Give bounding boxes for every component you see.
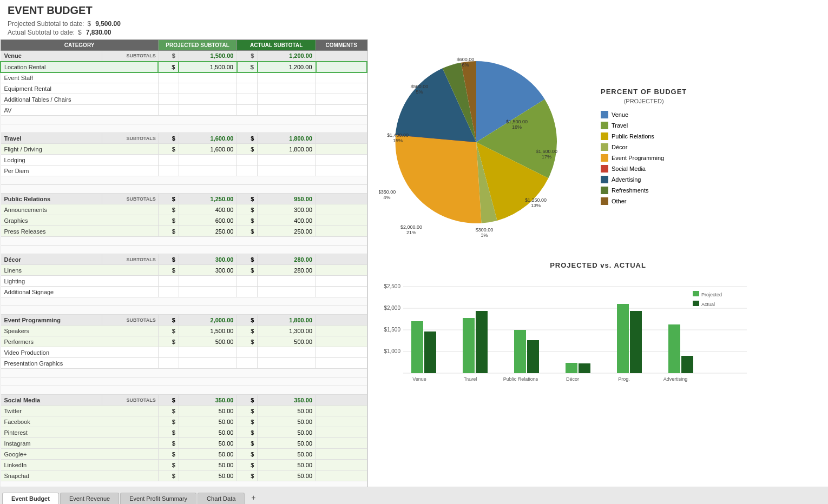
presentation-graphics-row: Presentation Graphics (1, 358, 367, 369)
header: EVENT BUDGET Projected Subtotal to date:… (0, 0, 828, 39)
projected-subtotal-label: Projected Subtotal to date: (8, 20, 84, 28)
svg-text:Actual: Actual (701, 302, 715, 307)
actual-subtotal-amount: 7,830.00 (86, 29, 111, 36)
projected-header: PROJECTED SUBTOTAL (158, 40, 237, 51)
tab-event-revenue[interactable]: Event Revenue (60, 493, 119, 504)
svg-text:Projected: Projected (701, 292, 722, 297)
add-tab-button[interactable]: + (246, 491, 261, 504)
budget-table: CATEGORY PROJECTED SUBTOTAL ACTUAL SUBTO… (0, 39, 367, 487)
charts-panel: $1,500.00 16% $1,600.00 17% $1,250.00 13… (368, 39, 828, 487)
svg-text:21%: 21% (406, 230, 416, 235)
bar-chart-svg: $2,500 $2,000 $1,500 $1,000 (379, 275, 758, 394)
bar-chart-title: PROJECTED vs. ACTUAL (379, 261, 817, 269)
instagram-row: Instagram $ 50.00 $ 50.00 (1, 438, 367, 449)
pie-chart-section: $1,500.00 16% $1,600.00 17% $1,250.00 13… (379, 45, 817, 250)
sm-color (601, 165, 608, 173)
additional-signage-row: Additional Signage (1, 287, 367, 297)
adv-projected-bar (668, 324, 680, 373)
legend-travel: Travel (601, 122, 687, 129)
legend-title: PERCENT OF BUDGET (601, 88, 687, 96)
bar-chart-section: PROJECTED vs. ACTUAL $2,500 $2,000 $1,50… (379, 261, 817, 383)
ep-actual-bar (630, 311, 642, 373)
table-header-row: CATEGORY PROJECTED SUBTOTAL ACTUAL SUBTO… (1, 40, 367, 51)
tab-bar: Event Budget Event Revenue Event Profit … (0, 487, 828, 504)
legend-adv: Advertising (601, 176, 687, 183)
performers-row: Performers $ 500.00 $ 500.00 (1, 336, 367, 347)
projected-subtotal-amount: 9,500.00 (95, 20, 121, 28)
svg-text:Public Relations: Public Relations (503, 376, 538, 382)
svg-text:17%: 17% (542, 154, 551, 160)
svg-text:$1,600.00: $1,600.00 (536, 149, 557, 154)
linens-row: Linens $ 300.00 $ 280.00 (1, 265, 367, 276)
lodging-row: Lodging (1, 155, 367, 165)
svg-text:3%: 3% (481, 233, 488, 238)
svg-text:4%: 4% (383, 195, 390, 200)
comments-header: COMMENTS (316, 40, 367, 51)
category-header: CATEGORY (1, 40, 158, 51)
svg-text:$1,000: $1,000 (384, 348, 400, 354)
decor-color (601, 143, 608, 151)
decor-projected-bar (566, 363, 577, 373)
svg-text:$2,000.00: $2,000.00 (400, 224, 422, 230)
svg-text:$1,500.00: $1,500.00 (506, 119, 528, 124)
venue-actual-bar (424, 331, 436, 373)
facebook-row: Facebook $ 50.00 $ 50.00 (1, 416, 367, 427)
location-rental-row: Location Rental $ 1,500.00 $ 1,200.00 (1, 62, 367, 72)
press-releases-row: Press Releases $ 250.00 $ 250.00 (1, 226, 367, 237)
legend-refresh: Refreshments (601, 187, 687, 194)
legend-pr: Public Relations (601, 132, 687, 140)
svg-text:13%: 13% (531, 203, 541, 208)
tab-chart-data[interactable]: Chart Data (198, 493, 245, 504)
snapchat-row: Snapchat $ 50.00 $ 50.00 (1, 470, 367, 481)
tab-event-profit[interactable]: Event Profit Summary (120, 493, 196, 504)
pie-chart: $1,500.00 16% $1,600.00 17% $1,250.00 13… (379, 45, 584, 250)
flight-driving-row: Flight / Driving $ 1,600.00 $ 1,800.00 (1, 144, 367, 155)
additional-tables-row: Additional Tables / Chairs (1, 94, 367, 105)
ep-color (601, 154, 608, 162)
travel-subtotal-row: Travel SUBTOTALS $ 1,600.00 $ 1,800.00 (1, 133, 367, 144)
speakers-row: Speakers $ 1,500.00 $ 1,300.00 (1, 326, 367, 336)
travel-actual-bar (476, 311, 488, 373)
pinterest-row: Pinterest $ 50.00 $ 50.00 (1, 427, 367, 438)
svg-rect-35 (693, 301, 699, 306)
svg-text:16%: 16% (512, 124, 522, 130)
graphics-row: Graphics $ 600.00 $ 400.00 (1, 215, 367, 226)
svg-text:$1,500: $1,500 (384, 327, 400, 333)
svg-text:$500.00: $500.00 (411, 84, 429, 89)
venue-subtotal-row: Venue SUBTOTALS $ 1,500.00 $ 1,200.00 (1, 51, 367, 62)
other-color (601, 197, 608, 205)
equipment-rental-row: Equipment Rental (1, 83, 367, 94)
bar-chart-container: $2,500 $2,000 $1,500 $1,000 (379, 275, 817, 383)
announcements-row: Announcements $ 400.00 $ 300.00 (1, 204, 367, 215)
lighting-row: Lighting (1, 276, 367, 287)
refresh-color (601, 187, 608, 194)
venue-projected-bar (411, 321, 423, 373)
svg-text:$300.00: $300.00 (476, 227, 494, 233)
pr-color (601, 132, 608, 140)
venue-category: Venue (1, 51, 102, 62)
svg-text:Décor: Décor (566, 376, 579, 382)
svg-text:$2,000: $2,000 (384, 305, 400, 311)
venue-color (601, 111, 608, 118)
tab-event-budget[interactable]: Event Budget (2, 493, 59, 504)
svg-text:15%: 15% (393, 138, 403, 143)
page-title: EVENT BUDGET (8, 4, 820, 17)
pie-legend: PERCENT OF BUDGET (PROJECTED) Venue Trav… (601, 88, 687, 208)
legend-venue: Venue (601, 111, 687, 118)
svg-text:$600.00: $600.00 (457, 57, 475, 62)
sm-subtotal-row: Social Media SUBTOTALS $ 350.00 $ 350.00 (1, 395, 367, 406)
legend-other: Other (601, 197, 687, 205)
main-content: CATEGORY PROJECTED SUBTOTAL ACTUAL SUBTO… (0, 39, 828, 487)
legend-ep: Event Programming (601, 154, 687, 162)
googleplus-row: Google+ $ 50.00 $ 50.00 (1, 449, 367, 460)
per-diem-row: Per Diem (1, 165, 367, 176)
svg-text:Advertising: Advertising (663, 376, 688, 382)
travel-color (601, 122, 608, 129)
svg-text:Prog.: Prog. (618, 376, 630, 382)
travel-projected-bar (463, 318, 475, 373)
svg-text:Travel: Travel (464, 376, 477, 382)
adv-color (601, 176, 608, 183)
decor-actual-bar (579, 363, 590, 373)
spreadsheet: CATEGORY PROJECTED SUBTOTAL ACTUAL SUBTO… (0, 39, 368, 487)
legend-decor: Décor (601, 143, 687, 151)
